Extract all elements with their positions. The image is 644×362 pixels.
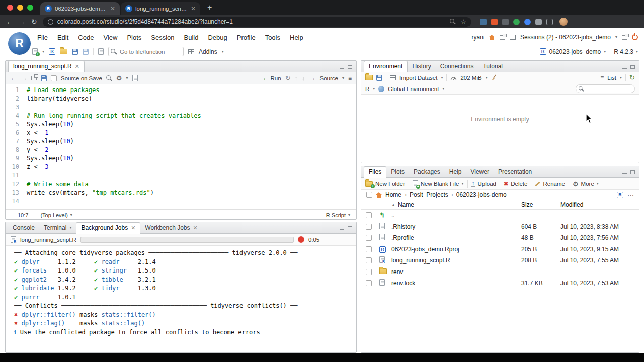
job-output[interactable]: ── Attaching core tidyverse packages ───… xyxy=(6,246,356,337)
addins-label[interactable]: Addins xyxy=(199,48,217,55)
chevron-down-icon[interactable]: ▾ xyxy=(69,226,71,230)
chevron-down-icon[interactable]: ▾ xyxy=(442,87,444,91)
minimize-pane-icon[interactable] xyxy=(340,227,344,230)
tab-help[interactable]: Help xyxy=(445,167,466,177)
back-icon[interactable]: ← xyxy=(6,18,13,25)
menu-view[interactable]: View xyxy=(103,34,117,41)
file-name[interactable]: .Rprofile xyxy=(391,234,521,241)
code-line[interactable]: 12# Write some data xyxy=(6,180,356,189)
r-version-switcher[interactable]: R 4.2.3 ▾ xyxy=(614,48,638,55)
file-row[interactable]: ↰.. xyxy=(361,210,639,221)
code-line[interactable]: 2library(tidyverse) xyxy=(6,95,356,103)
close-icon[interactable]: ✕ xyxy=(75,64,79,69)
new-folder-button[interactable]: + New Folder xyxy=(365,180,405,187)
tab-history[interactable]: History xyxy=(408,61,435,72)
back-icon[interactable]: ← xyxy=(10,75,17,81)
file-row[interactable]: R062023-jobs_demo.Rproj205 BJul 10, 2023… xyxy=(361,244,639,255)
addins-icon[interactable] xyxy=(188,49,194,54)
import-dataset-icon[interactable] xyxy=(390,75,396,80)
breadcrumb-posit-projects[interactable]: Posit_Projects xyxy=(410,191,448,198)
open-in-new-window-icon[interactable] xyxy=(500,35,505,40)
minimize-pane-icon[interactable] xyxy=(622,65,627,69)
chevron-down-icon[interactable]: ▾ xyxy=(486,76,488,80)
minimize-pane-icon[interactable] xyxy=(622,171,627,174)
upload-button[interactable]: ↑ Upload xyxy=(471,180,496,187)
close-icon[interactable]: ✕ xyxy=(131,225,135,231)
extension-icon[interactable] xyxy=(524,19,531,25)
url-text[interactable]: colorado.posit.co/rstudio/s/2f5d4d84744a… xyxy=(57,18,446,25)
code-line[interactable]: 8y <- 2 xyxy=(6,146,356,154)
print-icon[interactable] xyxy=(98,48,104,55)
search-icon[interactable] xyxy=(450,19,456,25)
find-replace-icon[interactable] xyxy=(106,75,112,81)
menu-code[interactable]: Code xyxy=(78,34,94,41)
clear-objects-broom-icon[interactable] xyxy=(491,74,498,81)
code-line[interactable]: 11 xyxy=(6,171,356,180)
tab-workbench-jobs[interactable]: Workbench Jobs✕ xyxy=(140,223,202,233)
file-name[interactable]: 062023-jobs_demo.Rproj xyxy=(391,246,521,253)
code-line[interactable]: 1# Load some packages xyxy=(6,86,356,95)
tab-terminal[interactable]: Terminal▾ xyxy=(39,223,76,233)
scope-label[interactable]: (Top Level) xyxy=(40,212,67,218)
goto-file-input[interactable] xyxy=(108,47,184,56)
chevron-down-icon[interactable]: ▾ xyxy=(615,35,617,39)
chevron-down-icon[interactable]: ▾ xyxy=(348,213,350,217)
chevron-down-icon[interactable]: ▾ xyxy=(373,87,375,91)
menu-help[interactable]: Help xyxy=(290,34,303,41)
save-icon[interactable] xyxy=(41,75,47,81)
menu-tools[interactable]: Tools xyxy=(265,34,280,41)
minimize-pane-icon[interactable] xyxy=(340,65,344,69)
code-line[interactable]: 10z <- 3 xyxy=(6,163,356,171)
code-line[interactable]: 6x <- 1 xyxy=(6,129,356,137)
file-row[interactable]: renv xyxy=(361,266,639,278)
extension-icon[interactable] xyxy=(502,19,509,25)
file-type-label[interactable]: R Script xyxy=(326,212,346,218)
reload-icon[interactable]: ↻ xyxy=(31,18,37,25)
memory-usage-label[interactable]: 202 MiB xyxy=(460,75,481,81)
source-icon[interactable]: → xyxy=(309,74,316,82)
chevron-down-icon[interactable]: ▾ xyxy=(70,213,72,217)
chevron-down-icon[interactable]: ▾ xyxy=(42,50,44,54)
close-icon[interactable]: ✕ xyxy=(191,6,196,12)
rproj-icon[interactable]: R xyxy=(617,192,623,198)
file-checkbox[interactable] xyxy=(366,246,372,252)
code-line[interactable]: 4# Run long running script that creates … xyxy=(6,112,356,120)
rerun-icon[interactable]: ↻ xyxy=(285,75,291,81)
stop-job-button[interactable] xyxy=(298,236,304,243)
sessions-label[interactable]: Sessions (2) - 062023-jobs_demo xyxy=(520,34,611,41)
extension-icon[interactable] xyxy=(491,19,498,25)
code-line[interactable]: 7Sys.sleep(10) xyxy=(6,137,356,146)
tab-console[interactable]: Console xyxy=(8,223,39,233)
previous-chunk-icon[interactable]: ↑ xyxy=(295,75,298,81)
tab-tutorial[interactable]: Tutorial xyxy=(478,61,507,72)
close-window-button[interactable] xyxy=(7,5,13,11)
chevron-down-icon[interactable]: ▾ xyxy=(441,76,443,80)
breadcrumb-project[interactable]: 062023-jobs-demo xyxy=(456,191,507,198)
new-session-icon[interactable] xyxy=(622,35,627,40)
tab-connections[interactable]: Connections xyxy=(436,61,478,72)
more-options-icon[interactable]: ⋯ xyxy=(627,191,634,199)
quit-session-icon[interactable] xyxy=(632,34,638,40)
file-checkbox[interactable] xyxy=(366,257,372,263)
source-file-tab[interactable]: long_running_script.R ✕ xyxy=(8,61,85,72)
environment-scope-label[interactable]: Global Environment xyxy=(388,86,439,92)
extensions-puzzle-icon[interactable] xyxy=(535,19,542,25)
code-editor[interactable]: 1# Load some packages2library(tidyverse)… xyxy=(6,84,356,209)
file-name[interactable]: .Rhistory xyxy=(391,223,521,230)
list-view-label[interactable]: List xyxy=(607,75,616,81)
menu-file[interactable]: File xyxy=(37,34,48,41)
file-row[interactable]: renv.lock31.7 KBJul 10, 2023, 7:53 AM xyxy=(361,278,639,289)
select-all-checkbox[interactable] xyxy=(366,192,372,198)
home-icon[interactable] xyxy=(375,192,382,198)
new-project-icon[interactable]: R xyxy=(49,48,55,55)
save-workspace-icon[interactable] xyxy=(376,75,382,81)
new-file-icon[interactable]: + xyxy=(32,48,38,55)
rename-button[interactable]: Rename xyxy=(535,180,565,187)
run-icon[interactable]: → xyxy=(260,74,267,82)
import-dataset-label[interactable]: Import Dataset xyxy=(399,75,437,81)
run-label[interactable]: Run xyxy=(271,75,281,81)
new-tab-button[interactable]: + xyxy=(201,3,218,15)
file-name[interactable]: renv.lock xyxy=(391,280,521,287)
home-icon[interactable] xyxy=(488,34,495,41)
code-line[interactable]: 9Sys.sleep(10) xyxy=(6,154,356,163)
